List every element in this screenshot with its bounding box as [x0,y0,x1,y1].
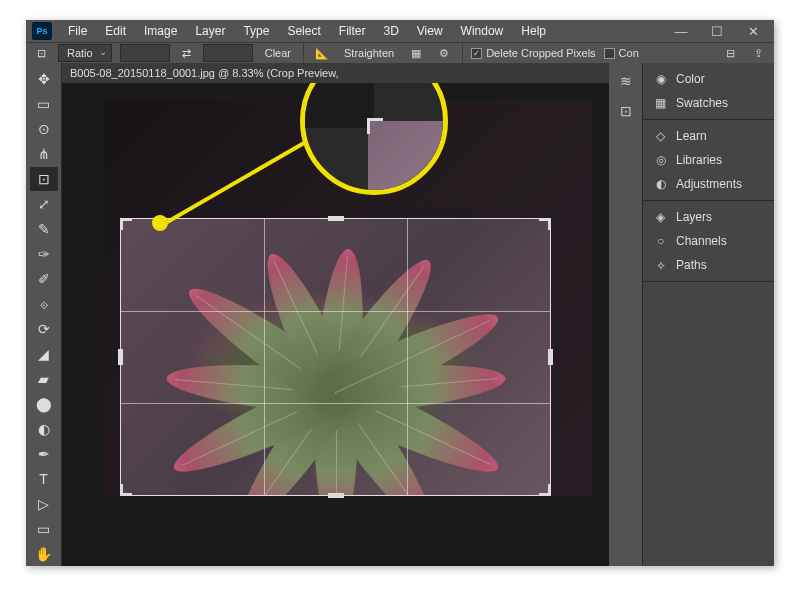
share-icon[interactable]: ⇪ [748,47,768,60]
panel-libraries[interactable]: ◎Libraries [643,148,774,172]
divider [303,43,304,63]
clone-stamp-tool[interactable]: ⟐ [30,292,58,316]
panel-group: ◉Color▦Swatches [643,63,774,120]
panel-channels[interactable]: ○Channels [643,229,774,253]
crop-handle-right[interactable] [548,349,553,365]
panel-label: Libraries [676,153,722,167]
crop-handle-top-left[interactable] [120,218,132,230]
healing-brush-tool[interactable]: ✑ [30,242,58,266]
rectangle-tool[interactable]: ▭ [30,517,58,541]
panel-libraries-icon: ◎ [653,153,668,167]
crop-width-input[interactable] [120,44,170,62]
panel-group: ◇Learn◎Libraries◐Adjustments [643,120,774,201]
delete-cropped-label: Delete Cropped Pixels [486,47,595,59]
history-brush-tool[interactable]: ⟳ [30,317,58,341]
panel-paths[interactable]: ⟡Paths [643,253,774,277]
crop-gridline [121,403,550,404]
panel-label: Color [676,72,705,86]
panel-swatches[interactable]: ▦Swatches [643,91,774,115]
panel-learn[interactable]: ◇Learn [643,124,774,148]
panel-group: ◈Layers○Channels⟡Paths [643,201,774,282]
dock-icon-1[interactable]: ≋ [620,73,632,89]
collapsed-panel-strip: ≋ ⊡ [609,63,643,566]
options-bar: ⊡ Ratio ⇄ Clear 📐 Straighten ▦ ⚙ ✓ Delet… [26,42,774,63]
menu-layer[interactable]: Layer [187,20,233,42]
document-area: B005-08_20150118_0001.jpg @ 8.33% (Crop … [62,63,609,566]
content-aware-label: Con [619,47,639,59]
delete-cropped-checkbox[interactable]: ✓ Delete Cropped Pixels [471,47,595,59]
eyedropper-tool[interactable]: ✎ [30,217,58,241]
menu-select[interactable]: Select [279,20,328,42]
brush-tool[interactable]: ✐ [30,267,58,291]
panel-adjustments[interactable]: ◐Adjustments [643,172,774,196]
window-close[interactable]: ✕ [736,24,770,39]
menu-3d[interactable]: 3D [375,20,406,42]
crop-handle-bottom-left[interactable] [120,484,132,496]
crop-handle-top-right[interactable] [539,218,551,230]
crop-tool[interactable]: ⊡ [30,167,58,191]
checkbox-icon: ✓ [471,48,482,59]
menu-image[interactable]: Image [136,20,185,42]
clear-button[interactable]: Clear [261,45,295,61]
panel-learn-icon: ◇ [653,129,668,143]
crop-gridline [407,219,408,495]
quick-select-tool[interactable]: ⋔ [30,142,58,166]
panel-swatches-icon: ▦ [653,96,668,110]
crop-handle-bottom-right[interactable] [539,484,551,496]
crop-handle-top[interactable] [328,216,344,221]
crop-handle-bottom[interactable] [328,493,344,498]
hand-tool[interactable]: ✋ [30,542,58,566]
eraser-tool[interactable]: ◢ [30,342,58,366]
crop-preview-image [121,219,550,495]
straighten-button[interactable]: Straighten [340,45,398,61]
divider [462,43,463,63]
marquee-tool[interactable]: ▭ [30,92,58,116]
panel-label: Adjustments [676,177,742,191]
photoshop-window: Ps File Edit Image Layer Type Select Fil… [26,20,774,566]
straighten-icon[interactable]: 📐 [312,47,332,60]
menu-bar: Ps File Edit Image Layer Type Select Fil… [26,20,774,42]
gradient-tool[interactable]: ▰ [30,367,58,391]
panel-label: Swatches [676,96,728,110]
crop-ratio-select[interactable]: Ratio [58,44,112,62]
right-dock: ≋ ⊡ ◉Color▦Swatches◇Learn◎Libraries◐Adju… [609,63,774,566]
menu-type[interactable]: Type [235,20,277,42]
dodge-tool[interactable]: ◐ [30,417,58,441]
crop-bounding-box[interactable] [120,218,551,496]
expand-dock-icon[interactable]: ⊟ [720,47,740,60]
crop-gridline [121,311,550,312]
menu-filter[interactable]: Filter [331,20,374,42]
pen-tool[interactable]: ✒ [30,442,58,466]
crop-height-input[interactable] [203,44,253,62]
content-aware-checkbox[interactable]: Con [604,47,639,59]
panel-layers[interactable]: ◈Layers [643,205,774,229]
menu-view[interactable]: View [409,20,451,42]
panel-color-icon: ◉ [653,72,668,86]
menu-window[interactable]: Window [453,20,512,42]
document-tab[interactable]: B005-08_20150118_0001.jpg @ 8.33% (Crop … [62,63,609,83]
crop-gridline [264,219,265,495]
panel-adjustments-icon: ◐ [653,177,668,191]
canvas[interactable]: Copyright [62,83,609,566]
move-tool[interactable]: ✥ [30,67,58,91]
menu-edit[interactable]: Edit [97,20,134,42]
crop-handle-left[interactable] [118,349,123,365]
panel-color[interactable]: ◉Color [643,67,774,91]
menu-file[interactable]: File [60,20,95,42]
blur-tool[interactable]: ⬤ [30,392,58,416]
menu-help[interactable]: Help [513,20,554,42]
lasso-tool[interactable]: ⊙ [30,117,58,141]
type-tool[interactable]: T [30,467,58,491]
dock-icon-2[interactable]: ⊡ [620,103,632,119]
crop-options-gear-icon[interactable]: ⚙ [434,47,454,60]
window-maximize[interactable]: ☐ [700,24,734,39]
window-minimize[interactable]: — [664,24,698,39]
path-select-tool[interactable]: ▷ [30,492,58,516]
callout-anchor-dot [152,215,168,231]
swap-dimensions-button[interactable]: ⇄ [178,45,195,62]
crop-tool-indicator-icon: ⊡ [32,44,50,62]
overlay-grid-icon[interactable]: ▦ [406,47,426,60]
panel-channels-icon: ○ [653,234,668,248]
frame-tool[interactable]: ⤢ [30,192,58,216]
panel-label: Learn [676,129,707,143]
